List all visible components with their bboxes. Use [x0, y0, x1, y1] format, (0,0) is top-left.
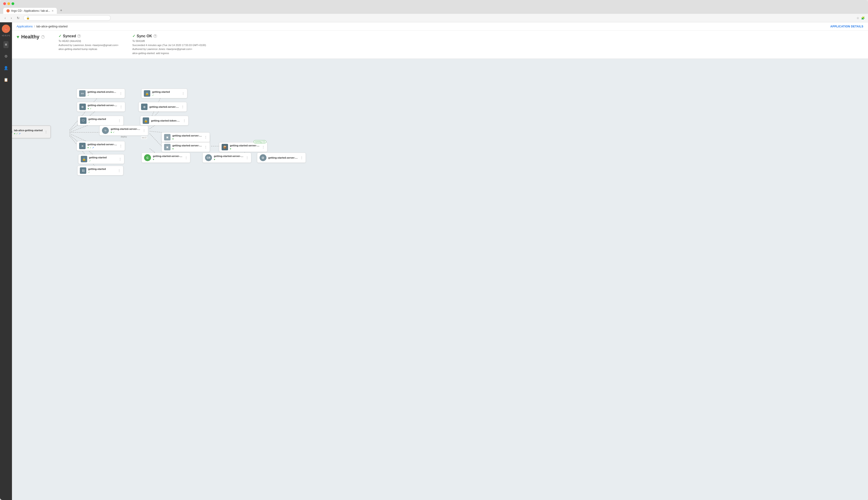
traffic-light-red[interactable] [3, 2, 6, 5]
cm-menu[interactable]: ⋮ [119, 92, 123, 95]
rb-info: getting-started ✓ [88, 168, 116, 173]
role-node[interactable]: 🔒 getting-started ✓ ⋮ role [100, 154, 103, 157]
breadcrumb-current-page: lab-alice-getting-started [36, 25, 68, 28]
sync-result-label: Sync OK [137, 34, 152, 38]
sidebar-item-settings[interactable]: ⚙ [3, 53, 9, 60]
cm-info: getting-started-environment ✓ [88, 90, 117, 96]
svg-line-10 [150, 134, 162, 146]
sa-check-badge: ✓ [88, 121, 90, 124]
secret2-menu[interactable]: ⋮ [183, 119, 186, 123]
health-help-icon[interactable]: ? [41, 35, 45, 39]
order-icon: O [259, 154, 266, 161]
certificate-menu[interactable]: ⋮ [185, 156, 188, 160]
traffic-light-green[interactable] [12, 2, 14, 5]
sidebar-item-docs[interactable]: 📋 [2, 76, 10, 83]
tab-title: Argo CD - Applications / lab-al... [11, 9, 50, 12]
secret2-info: getting-started-token-nvzzc [151, 119, 181, 122]
secret2-node[interactable]: 🔒 getting-started-token-nvzzc ⋮ secret [162, 116, 167, 118]
sa-name: getting-started [88, 118, 116, 121]
order-menu[interactable]: ⋮ [300, 156, 303, 160]
sync-result-title: ✓ Sync OK ? [132, 34, 206, 38]
rb-menu[interactable]: ⋮ [118, 169, 121, 172]
rs2-menu[interactable]: ⋮ [204, 135, 207, 139]
root-heart-badge: ♥ [14, 132, 15, 135]
health-heart-icon: ♥ [16, 34, 19, 39]
role-menu[interactable]: ⋮ [118, 157, 122, 161]
sync-status-title: ✓ Synced ? [58, 34, 118, 38]
order-node[interactable]: O getting-started-server-default-2... ⋮ … [279, 152, 284, 155]
lock-icon: 🔒 [26, 16, 30, 20]
app-details-link[interactable]: APPLICATION DETAILS [830, 25, 864, 28]
sa-node[interactable]: 🛡 getting-started ✓ ⋮ sa [100, 116, 102, 118]
role-icon: 🔒 [81, 156, 87, 162]
traffic-light-yellow[interactable] [7, 2, 10, 5]
pod-name: getting-started-server-default-8... [230, 144, 260, 147]
pod-menu[interactable]: ⋮ [262, 145, 265, 149]
deploy-node[interactable]: ↻ getting-started-server-default ♥ ✓ ⋮ r… [100, 125, 148, 138]
sync-result-block: ✓ Sync OK ? To 5841bf8 Succeeded 4 minut… [132, 34, 206, 55]
secret1-node[interactable]: 🔒 getting-started ✓ ⋮ secret [162, 89, 167, 91]
svg-line-9 [150, 131, 162, 132]
rb-node[interactable]: ⛓ getting-started ✓ ⋮ rb [100, 166, 101, 168]
ep-node[interactable]: ⊕ getting-started-server-default ⋮ ep [162, 102, 164, 104]
extensions-icon[interactable]: 🧩 [861, 16, 865, 20]
rs3-menu[interactable]: ⋮ [204, 145, 207, 149]
root-node-name: lab-alice-getting-started [14, 129, 43, 132]
certificate-node[interactable]: C getting-started-server-default ♥ ⋮ cer… [162, 152, 171, 155]
forward-button[interactable]: › [9, 16, 13, 20]
ep-info: getting-started-server-default [149, 105, 179, 108]
ing-menu[interactable]: ⋮ [119, 144, 123, 148]
certificate-name: getting-started-server-default [153, 155, 183, 158]
sync-result-line2: Succeeded 4 minutes ago (Tue Jul 14 2020… [132, 43, 206, 47]
nav-bar: ‹ › ↻ 🔒 ☆ 🧩 [0, 14, 868, 22]
secret1-menu[interactable]: ⋮ [182, 92, 185, 95]
sync-help-icon[interactable]: ? [77, 34, 81, 38]
browser-tab[interactable]: Argo CD - Applications / lab-al... ✕ [3, 8, 57, 14]
cr-info: getting-started-server-default-2... ♥ [214, 155, 244, 161]
address-bar[interactable]: 🔒 [23, 15, 111, 21]
health-status: ♥ Healthy ? [16, 34, 45, 40]
sa-menu[interactable]: ⋮ [118, 119, 121, 123]
cr-menu[interactable]: ⋮ [245, 156, 249, 160]
ing-node[interactable]: ✕ getting-started-server-default ♥ ✓ ↗ ⋮… [100, 141, 102, 144]
sync-line1: To HEAD (4dce42d) [58, 39, 118, 43]
status-panel: ♥ Healthy ? ✓ Synced ? To HEAD (4dce42d)… [12, 31, 868, 59]
sidebar-item-user[interactable]: 👤 [2, 65, 10, 71]
ing-icon: ✕ [79, 143, 85, 149]
deploy-rev: rev:3 [141, 136, 147, 139]
reload-button[interactable]: ↻ [15, 16, 21, 20]
sync-result-check-icon: ✓ [132, 34, 135, 38]
role-name: getting-started [89, 156, 117, 159]
new-tab-button[interactable]: + [58, 7, 65, 14]
cr-heart-badge: ♥ [214, 158, 215, 161]
pod-info: getting-started-server-default-8... ♥ [230, 144, 260, 150]
cm-node[interactable]: ≡≡ getting-started-environment ✓ ⋮ cm [100, 89, 102, 91]
top-bar: Applications / lab-alice-getting-started… [12, 22, 868, 31]
version-label: v1.6.1+1 [2, 34, 10, 37]
root-node-menu[interactable]: ⋮ [44, 130, 48, 134]
back-button[interactable]: ‹ [3, 16, 7, 20]
svc-name: getting-started-server-default [88, 104, 118, 106]
svc-node[interactable]: ⊕ getting-started-server-default ♥ ✓ ⋮ s… [100, 102, 103, 104]
bookmark-icon[interactable]: ☆ [856, 16, 859, 20]
rb-name: getting-started [88, 168, 116, 170]
sidebar-item-applications[interactable]: ≡ [3, 41, 8, 48]
ing-heart-badge: ♥ [88, 146, 89, 149]
deploy-menu[interactable]: ⋮ [142, 129, 146, 132]
tab-close-button[interactable]: ✕ [51, 9, 54, 12]
ep-menu[interactable]: ⋮ [181, 105, 184, 109]
rs3-icon: ▣ [164, 144, 171, 150]
cr-node[interactable]: CR getting-started-server-default-2... ♥… [219, 152, 235, 155]
svc-icon: ⊕ [79, 104, 86, 110]
secret1-check-badge: ✓ [152, 94, 154, 96]
sync-status-label: Synced [63, 34, 76, 38]
tab-favicon [7, 9, 10, 12]
sa-info: getting-started ✓ [88, 118, 116, 124]
browser-extensions: ☆ 🧩 [856, 16, 865, 20]
sync-result-help-icon[interactable]: ? [153, 34, 157, 38]
breadcrumb-applications-link[interactable]: Applications [16, 25, 33, 28]
health-status-text: Healthy [21, 34, 39, 40]
ing-link-badge: ↗ [92, 146, 94, 149]
svc-menu[interactable]: ⋮ [119, 105, 123, 109]
rs2-name: getting-started-server-default-7... [172, 134, 202, 137]
